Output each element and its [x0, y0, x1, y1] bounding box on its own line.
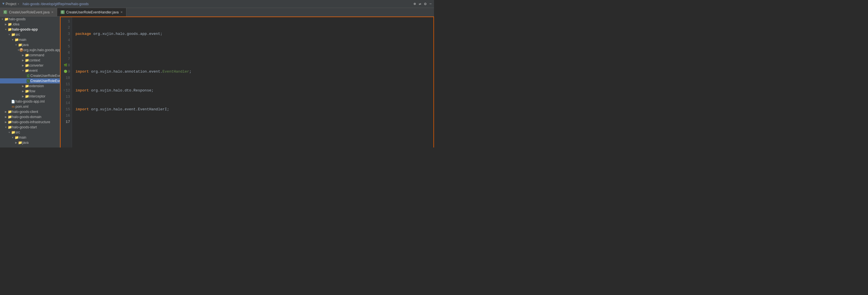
- ln-17: 17: [61, 119, 70, 125]
- arrow-halo-goods: ▾: [1, 18, 4, 21]
- tree-label-halo-goods-client: halo-goods-client: [12, 110, 60, 114]
- tree-halo-goods-app-iml[interactable]: ▶ 📄 halo-goods-app.iml: [0, 99, 60, 104]
- ln-12: ↑12: [61, 88, 70, 94]
- code-line-1: package org.xujin.halo.goods.app.event;: [75, 31, 433, 37]
- arrow-src2: ▾: [7, 131, 11, 134]
- folder-extension-icon: 📁: [25, 84, 29, 88]
- file-iml-icon: 📄: [11, 100, 16, 103]
- tree-src2[interactable]: ▾ 📁 src: [0, 130, 60, 135]
- folder-idea-icon: 📁: [7, 22, 12, 26]
- tree-idea[interactable]: ▶ 📁 .idea: [0, 22, 60, 27]
- code-line-7: [75, 144, 433, 148]
- tree-label-flow: flow: [29, 89, 60, 93]
- tree-pom-xml[interactable]: ▶ m pom.xml: [0, 104, 60, 109]
- arrow-java: ▾: [14, 43, 18, 46]
- folder-java2-icon: 📁: [18, 141, 22, 145]
- folder-halo-goods-app-icon: 📁: [7, 27, 12, 31]
- arrow-domain: ▶: [4, 116, 7, 118]
- tree-command[interactable]: ▶ 📁 command: [0, 53, 60, 58]
- arrow-src: ▾: [7, 33, 11, 36]
- tree-interceptor[interactable]: ▶ 📁 interceptor: [0, 94, 60, 99]
- sidebar[interactable]: ▾ 📁 halo-goods ▶ 📁 .idea ▾ 📁 halo-goods-…: [0, 17, 60, 148]
- ln-16: 16: [61, 112, 70, 119]
- tree-extension[interactable]: ▶ 📁 extension: [0, 84, 60, 89]
- tree-label-interceptor: interceptor: [29, 94, 60, 98]
- arrow-event: ▾: [21, 69, 25, 72]
- minimize-icon[interactable]: −: [429, 2, 432, 6]
- tree-label-java: java: [22, 43, 60, 47]
- title-bar: ▼ Project ▾ halo-goods /develop/gitRep/m…: [0, 0, 434, 8]
- tree-halo-goods-app[interactable]: ▾ 📁 halo-goods-app: [0, 27, 60, 32]
- tab-c-icon-1: C: [3, 10, 7, 14]
- ln-8: 🌿8: [61, 62, 70, 69]
- code-line-5: import org.xujin.halo.event.EventHandler…: [75, 106, 433, 112]
- file-pom-icon: m: [11, 105, 16, 108]
- gutter-arrow-icon: ↑: [63, 88, 65, 94]
- ln-2: 2: [61, 25, 70, 31]
- tab-label-1: CreateUserRoleEvent.java: [9, 10, 50, 14]
- ln-11: 11: [61, 81, 70, 88]
- editor-area[interactable]: 1 2 3 4 5 6 7 🌿8 🟢9 10 11 ↑12 13 1: [60, 17, 434, 148]
- folder-infra-icon: 📁: [7, 120, 12, 124]
- code-content[interactable]: package org.xujin.halo.goods.app.event; …: [72, 17, 433, 148]
- ln-13: 13: [61, 94, 70, 100]
- tree-event[interactable]: ▾ 📁 event: [0, 68, 60, 73]
- tree-halo-goods-start[interactable]: ▾ 📁 halo-goods-start: [0, 125, 60, 130]
- tree-label-java2: java: [22, 141, 60, 145]
- code-line-6: [75, 125, 433, 131]
- tree-halo-goods[interactable]: ▾ 📁 halo-goods: [0, 17, 60, 22]
- toolbar-icons: ⊕ ⇌ ⚙ −: [413, 1, 432, 6]
- tab-create-user-role-event[interactable]: C CreateUserRoleEvent.java ✕: [0, 8, 57, 16]
- project-icon: ▼: [2, 2, 5, 6]
- tree-create-user-role-event-handler[interactable]: ▶ C CreateUserRoleEventHandler: [0, 78, 60, 84]
- globe-icon[interactable]: ⊕: [413, 1, 416, 6]
- tree-converter[interactable]: ▶ 📁 converter: [0, 63, 60, 68]
- arrow-halo-goods-app: ▾: [4, 28, 7, 31]
- folder-event-icon: 📁: [25, 69, 29, 73]
- tree-main[interactable]: ▾ 📁 main: [0, 37, 60, 42]
- folder-halo-goods-icon: 📁: [4, 17, 8, 21]
- folder-domain-icon: 📁: [7, 115, 12, 119]
- tree-context[interactable]: ▶ 📁 context: [0, 58, 60, 63]
- tree-label-converter: converter: [29, 63, 60, 67]
- file-cure-icon: C: [27, 74, 30, 78]
- arrow-java2: ▶: [14, 141, 18, 144]
- tree-label-halo-goods-domain: halo-goods-domain: [12, 115, 60, 119]
- folder-src2-icon: 📁: [11, 130, 16, 134]
- tree-label-halo-goods-app: halo-goods-app: [12, 27, 60, 31]
- tree-halo-goods-client[interactable]: ▶ 📁 halo-goods-client: [0, 109, 60, 114]
- tree-label-org-pkg: org.xujin.halo.goods.app: [24, 48, 60, 52]
- file-cureh-icon: C: [27, 79, 30, 83]
- ln-3: 3: [61, 31, 70, 37]
- tree-halo-goods-infra[interactable]: ▶ 📁 halo-goods-infrastructure: [0, 120, 60, 125]
- tree-label-create-user-role-event: CreateUserRoleEvent: [30, 74, 60, 78]
- ln-4: 4: [61, 37, 70, 43]
- tree-label-event: event: [29, 69, 60, 73]
- tab-close-1[interactable]: ✕: [51, 10, 54, 14]
- tree-create-user-role-event[interactable]: ▶ C CreateUserRoleEvent: [0, 73, 60, 78]
- gear-icon[interactable]: ⚙: [424, 1, 426, 6]
- tree-label-halo-goods-infra: halo-goods-infrastructure: [12, 120, 60, 124]
- tree-java[interactable]: ▾ 📁 java: [0, 42, 60, 47]
- arrow-client: ▶: [4, 110, 7, 113]
- folder-client-icon: 📁: [7, 110, 12, 114]
- tree-org-pkg[interactable]: ▾ 📦 org.xujin.halo.goods.app: [0, 47, 60, 53]
- tab-close-2[interactable]: ✕: [120, 10, 123, 14]
- tree-java2[interactable]: ▶ 📁 java: [0, 140, 60, 145]
- tree-main2[interactable]: ▾ 📁 main: [0, 135, 60, 140]
- tree-flow[interactable]: ▶ 📁 flow: [0, 89, 60, 94]
- tab-create-user-role-event-handler[interactable]: C CreateUserRoleEventHandler.java ✕: [57, 8, 126, 16]
- line-numbers: 1 2 3 4 5 6 7 🌿8 🟢9 10 11 ↑12 13 1: [61, 17, 72, 148]
- folder-start-icon: 📁: [7, 125, 12, 129]
- code-line-3: import org.xujin.halo.annotation.event.E…: [75, 69, 433, 75]
- ln-1: 1: [61, 18, 70, 25]
- split-icon[interactable]: ⇌: [419, 1, 421, 6]
- tree-src[interactable]: ▾ 📁 src: [0, 32, 60, 37]
- ln-14: 14: [61, 100, 70, 106]
- code-line-4: import org.xujin.halo.dto.Response;: [75, 88, 433, 94]
- tree-label-create-user-role-event-handler: CreateUserRoleEventHandler: [30, 79, 60, 83]
- tab-c-icon-2: C: [61, 10, 64, 14]
- folder-converter-icon: 📁: [25, 63, 29, 67]
- folder-org-pkg-icon: 📦: [19, 48, 24, 52]
- tree-halo-goods-domain[interactable]: ▶ 📁 halo-goods-domain: [0, 114, 60, 120]
